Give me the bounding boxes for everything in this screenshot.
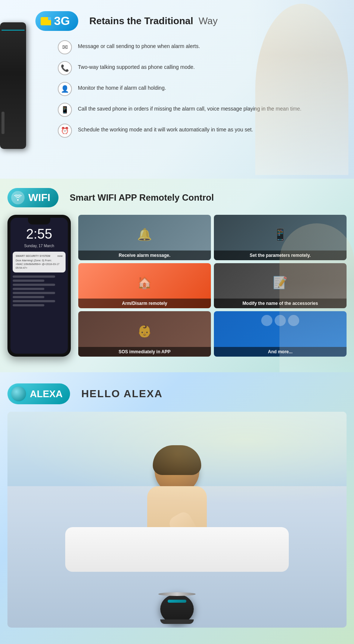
call-icon: 📱	[58, 103, 72, 117]
alexa-orb-icon	[11, 386, 26, 401]
device-3g	[0, 22, 26, 149]
phone-blur-content	[10, 272, 68, 311]
light-effect	[7, 412, 347, 505]
blur-line	[13, 292, 55, 294]
woman-silhouette	[255, 4, 348, 175]
section-3g: 3G Retains the Traditional Way ✉ Message…	[0, 0, 354, 179]
phone-notch	[28, 218, 50, 224]
schedule-icon: ⏰	[58, 124, 72, 138]
section-3g-title-bold: Retains the Traditional	[89, 15, 193, 26]
feat-text-5: Schedule the working mode and it will wo…	[78, 124, 253, 134]
phone-date: Sunday, 17 March	[10, 244, 68, 248]
alexa-device-ring	[158, 592, 196, 596]
feat-text-3: Monitor the home if alarm call holding.	[78, 82, 166, 92]
feat-text-2: Two-way talking supported as phone calli…	[78, 61, 195, 71]
badge-alexa: ALEXA	[7, 383, 70, 404]
section-3g-title-light: Way	[199, 15, 218, 26]
wifi-icon	[14, 195, 22, 201]
blur-line	[13, 275, 55, 278]
section-wifi: WIFI Smart WIFI APP Remotely Control 2:5…	[0, 179, 354, 372]
blur-line	[13, 304, 44, 306]
tile-arm-label: Arm/Disarm remotely	[78, 299, 211, 308]
phone-notification: SMART SECURITY SYSTEM now Door Alarming!…	[13, 252, 66, 272]
sos-icon: 👶	[137, 324, 152, 338]
more-icon-circle	[261, 315, 272, 326]
tile-arm-disarm: 🏠 Arm/Disarm remotely	[78, 263, 211, 309]
blur-line	[13, 296, 44, 298]
section-alexa: ALEXA HELLO ALEXA	[0, 372, 354, 644]
alexa-device	[158, 594, 196, 628]
alexa-light-ring	[168, 600, 186, 603]
feat-text-1: Message or call sending to phone when al…	[78, 40, 200, 50]
sim-icon	[41, 17, 51, 25]
wifi-person-bg	[279, 223, 354, 372]
alexa-scene	[7, 412, 347, 628]
badge-alexa-text: ALEXA	[30, 388, 63, 400]
phone-time: 2:55	[10, 224, 68, 244]
tile-receive-label: Receive alarm message.	[78, 251, 211, 260]
section-3g-title: Retains the Traditional Way	[89, 15, 218, 27]
bed-covers	[65, 527, 289, 572]
notification-header: SMART SECURITY SYSTEM now	[16, 255, 63, 257]
message-icon: ✉	[58, 40, 72, 54]
wifi-icon-badge	[11, 191, 25, 204]
alexa-device-body	[160, 594, 194, 624]
notification-text: Door Alarming! (Zone: 0) From:<MAC:10fe6…	[16, 259, 63, 270]
blur-line	[13, 288, 44, 290]
blur-line	[13, 284, 55, 286]
badge-3g: 3G	[35, 11, 78, 31]
tile-sos: 👶 SOS immediately in APP	[78, 311, 211, 357]
phone-mockup: 2:55 Sunday, 17 March SMART SECURITY SYS…	[7, 215, 71, 357]
woman-background	[250, 0, 354, 179]
monitor-icon: 👤	[58, 82, 72, 96]
tile-receive-alarm: 🔔 Receive alarm message.	[78, 215, 211, 260]
arm-icon: 🏠	[137, 276, 152, 290]
phone-icon: 📞	[58, 61, 72, 75]
notification-time: now	[57, 255, 63, 257]
blur-line	[13, 280, 44, 282]
section-wifi-header: WIFI Smart WIFI APP Remotely Control	[7, 188, 347, 207]
phone-screen: 2:55 Sunday, 17 March SMART SECURITY SYS…	[10, 218, 68, 354]
badge-3g-text: 3G	[54, 14, 70, 28]
blur-line	[13, 300, 55, 302]
notification-app-name: SMART SECURITY SYSTEM	[16, 255, 50, 257]
section-alexa-header: ALEXA HELLO ALEXA	[7, 383, 347, 404]
badge-wifi: WIFI	[7, 188, 59, 207]
section-wifi-title: Smart WIFI APP Remotely Control	[70, 192, 214, 203]
receive-icon: 🔔	[137, 227, 152, 242]
section-alexa-title: HELLO ALEXA	[81, 388, 163, 400]
tile-sos-label: SOS immediately in APP	[78, 347, 211, 357]
badge-wifi-text: WIFI	[28, 192, 50, 204]
